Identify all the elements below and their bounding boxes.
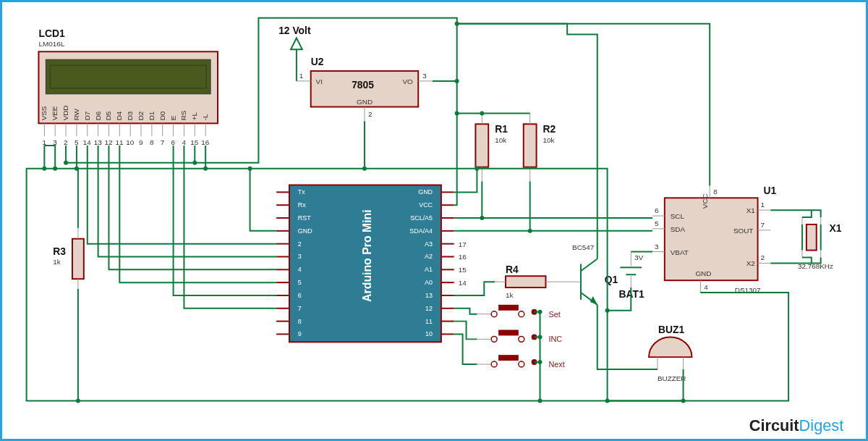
svg-text:BC547: BC547 (572, 243, 594, 251)
svg-text:10: 10 (126, 138, 135, 146)
svg-text:8: 8 (150, 138, 154, 146)
svg-point-226 (681, 399, 686, 403)
svg-text:BUZ1: BUZ1 (658, 324, 684, 335)
svg-text:3: 3 (422, 72, 427, 80)
svg-text:R2: R2 (543, 123, 556, 135)
svg-text:13: 13 (94, 138, 103, 146)
svg-line-172 (581, 259, 597, 271)
svg-point-206 (491, 361, 497, 367)
svg-text:A2: A2 (425, 253, 433, 260)
svg-text:GND: GND (298, 227, 312, 235)
svg-text:VBAT: VBAT (671, 248, 689, 256)
svg-point-201 (519, 336, 524, 342)
r2: R2 10k (524, 113, 556, 181)
svg-text:D4: D4 (115, 111, 123, 120)
crystal: X1 32.768KHz (798, 217, 842, 270)
svg-text:8: 8 (713, 188, 718, 196)
svg-text:SDA: SDA (671, 225, 686, 233)
svg-rect-205 (498, 355, 519, 361)
svg-text:1k: 1k (506, 291, 514, 299)
svg-text:E: E (169, 115, 177, 120)
svg-text:7: 7 (761, 221, 765, 229)
svg-text:VI: VI (316, 77, 323, 85)
svg-text:7: 7 (161, 138, 165, 146)
schematic-frame: LCD1 LM016L 1 VSS 3 VEE 2 VDD 5 RW 14 D7… (0, 0, 868, 441)
svg-text:1: 1 (761, 201, 765, 209)
svg-text:BUZZER: BUZZER (658, 374, 686, 382)
power-12v: 12 Volt (278, 25, 311, 81)
svg-marker-63 (291, 38, 302, 50)
svg-text:4: 4 (182, 138, 186, 146)
svg-text:SOUT: SOUT (733, 227, 753, 235)
rtc: U1 DS1307 SCL SDA VBAT GND VCC X1 X2 SOU… (652, 185, 776, 294)
r1: R1 10k (475, 113, 508, 181)
svg-text:VEE: VEE (51, 106, 59, 120)
svg-text:Set: Set (548, 310, 560, 319)
svg-text:VDD: VDD (61, 105, 69, 120)
svg-text:3: 3 (298, 253, 302, 260)
svg-rect-70 (524, 124, 537, 167)
svg-text:16: 16 (459, 253, 467, 261)
svg-text:RW: RW (72, 108, 80, 120)
svg-point-225 (475, 167, 479, 171)
svg-point-194 (491, 311, 497, 317)
svg-text:INC: INC (548, 335, 562, 343)
svg-marker-174 (590, 296, 597, 305)
schematic-svg: LCD1 LM016L 1 VSS 3 VEE 2 VDD 5 RW 14 D7… (2, 2, 866, 439)
svg-text:A3: A3 (425, 240, 433, 248)
svg-point-215 (248, 167, 252, 171)
svg-text:5: 5 (655, 219, 659, 227)
svg-text:Q1: Q1 (605, 274, 618, 285)
buttons: Set INC Next (477, 305, 564, 369)
svg-text:3: 3 (655, 243, 659, 251)
svg-text:5: 5 (298, 279, 302, 286)
svg-text:11: 11 (425, 318, 433, 325)
svg-text:5: 5 (75, 138, 79, 146)
svg-text:11: 11 (115, 138, 124, 146)
svg-text:15: 15 (459, 266, 467, 274)
svg-text:9: 9 (298, 330, 302, 337)
svg-point-211 (455, 112, 459, 116)
svg-text:16: 16 (201, 138, 210, 146)
svg-text:13: 13 (425, 292, 433, 299)
svg-text:4: 4 (298, 266, 302, 273)
transistor: Q1 BC547 (569, 243, 618, 305)
svg-text:D6: D6 (94, 111, 102, 120)
svg-text:U2: U2 (311, 56, 324, 67)
svg-text:R4: R4 (506, 264, 519, 275)
svg-point-220 (64, 161, 68, 165)
svg-text:1k: 1k (53, 258, 61, 266)
svg-text:GND: GND (695, 269, 711, 277)
svg-text:SCL/A5: SCL/A5 (410, 214, 433, 222)
svg-text:U1: U1 (763, 185, 776, 196)
svg-point-212 (480, 112, 484, 116)
buzzer: BUZ1 BUZZER (649, 324, 692, 382)
svg-text:14: 14 (459, 279, 467, 287)
r3: R3 1k (53, 228, 84, 289)
svg-point-229 (538, 335, 542, 339)
svg-text:10k: 10k (543, 136, 555, 144)
svg-rect-193 (498, 305, 519, 311)
svg-text:D5: D5 (104, 111, 112, 120)
svg-point-223 (362, 167, 367, 171)
svg-point-214 (53, 167, 57, 171)
svg-text:12 Volt: 12 Volt (278, 25, 311, 36)
svg-text:GND: GND (418, 188, 433, 196)
svg-point-228 (605, 308, 610, 313)
svg-text:9: 9 (139, 138, 143, 146)
svg-text:-L: -L (201, 114, 209, 120)
svg-text:VSS: VSS (40, 106, 48, 120)
svg-rect-129 (665, 198, 758, 280)
svg-text:8: 8 (298, 318, 302, 325)
svg-text:RS: RS (179, 110, 187, 120)
svg-text:D1: D1 (148, 111, 156, 120)
svg-text:R3: R3 (53, 245, 66, 257)
svg-text:Next: Next (548, 360, 564, 369)
arduino: Arduino Pro Mini Tx Rx RST GND 2 3 4 5 6… (276, 185, 467, 342)
svg-text:Arduino Pro Mini: Arduino Pro Mini (361, 209, 373, 302)
svg-text:X2: X2 (746, 259, 755, 267)
svg-text:6: 6 (655, 206, 659, 214)
svg-text:12: 12 (105, 138, 113, 146)
svg-point-230 (538, 360, 542, 364)
lcd-ref: LCD1 (38, 28, 64, 39)
